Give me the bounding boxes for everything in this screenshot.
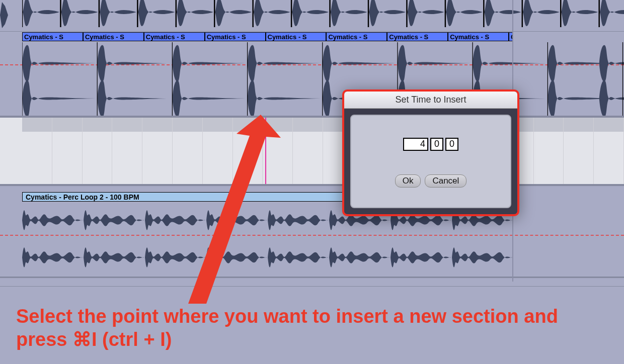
clip-label: Cymatics - Perc Loop 2 - 100 BPM xyxy=(26,193,139,201)
audio-clip[interactable]: Cymatics - S xyxy=(144,32,205,41)
clip-label: Cymatics - S xyxy=(389,33,428,41)
clip-label: Cymatics - S xyxy=(268,33,307,41)
cancel-button[interactable]: Cancel xyxy=(425,174,466,188)
clip-label: Cymatics - S xyxy=(207,33,246,41)
timeline-ruler[interactable] xyxy=(0,118,624,184)
audio-clip[interactable]: Cymatics - S xyxy=(22,32,83,41)
audio-clip[interactable]: Cymatics - S xyxy=(83,32,144,41)
bars-input[interactable] xyxy=(403,138,428,151)
time-input-group xyxy=(403,138,458,151)
audio-clip[interactable]: Cymatics - S xyxy=(448,32,509,41)
clip-label: Cymatics - S xyxy=(328,33,367,41)
annotation-text: Select the point where you want to inser… xyxy=(16,305,590,351)
ticks-input[interactable] xyxy=(445,138,458,151)
clip-label: Cymatics - S xyxy=(24,33,63,41)
audio-clip[interactable]: Cymatics - S xyxy=(266,32,327,41)
playhead-cursor[interactable] xyxy=(265,118,266,186)
audio-clip[interactable]: Cymatics - S xyxy=(387,32,448,41)
audio-clip[interactable]: Cymatics - S xyxy=(326,32,387,41)
clip-label: Cymatics - S xyxy=(85,33,124,41)
ok-button[interactable]: Ok xyxy=(395,174,421,188)
beats-input[interactable] xyxy=(430,138,443,151)
set-time-dialog: Set Time to Insert Ok Cancel xyxy=(342,89,519,216)
clip-label: Cymatics - S xyxy=(146,33,185,41)
audio-clip[interactable]: Cymatics - S xyxy=(205,32,266,41)
dialog-title-text: Set Time to Insert xyxy=(395,95,466,105)
clip-label: Cymatics - S xyxy=(450,33,489,41)
clip-header-row: Cymatics - S Cymatics - S Cymatics - S C… xyxy=(22,32,513,41)
dialog-title: Set Time to Insert xyxy=(344,92,517,109)
